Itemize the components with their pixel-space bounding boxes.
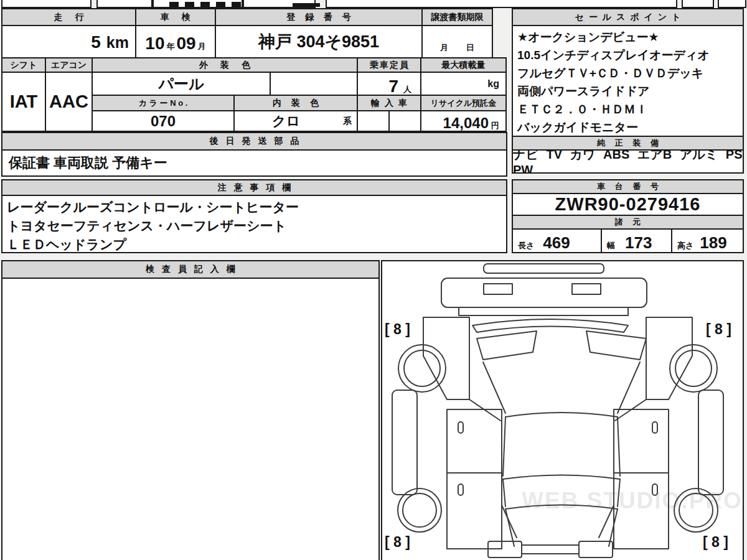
color-grid: 外 装 色 乗車定員 最大積載量 パール 7 人 kg カ ラ ー N o . … — [92, 57, 507, 132]
specs-header: 諸 元 — [512, 215, 744, 230]
capacity-header: 乗車定員 — [357, 57, 421, 73]
shift-column: シフト IAT — [1, 57, 46, 132]
aircon-value: AAC — [45, 72, 93, 132]
vehicle-diagram-box: [ 8 ] [ 8 ] [ 8 ] [ 8 ] — [381, 260, 744, 560]
top-cutoff-cell — [1, 0, 92, 8]
top-cutoff-cell — [326, 0, 677, 8]
capacity-value: 7 人 — [357, 72, 421, 96]
aircon-column: エアコン AAC — [45, 57, 93, 132]
chassis-header: 車 台 番 号 — [512, 179, 744, 194]
tire-mark-top-left: [ 8 ] — [385, 321, 410, 337]
vehicle-top-view-diagram: [ 8 ] [ 8 ] [ 8 ] [ 8 ] — [382, 261, 743, 560]
spec-length-label: 長さ — [518, 240, 534, 251]
sales-point-line: ＥＴＣ２．０・ＨＤＭＩ — [517, 100, 647, 118]
cutoff-text-fragment — [169, 2, 242, 7]
import-car-header: 輸 入 車 — [357, 95, 421, 111]
import-car-blank-1 — [357, 110, 390, 132]
cutoff-text-fragment — [293, 3, 320, 7]
spec-length-value: 469 — [543, 233, 570, 253]
registration-header: 登 録 番 号 — [215, 8, 423, 26]
odometer-value: 5 km — [1, 25, 136, 58]
top-cutoff-cell — [718, 0, 746, 8]
sales-point-line: 10.5インチディスプレイオーディオ — [517, 46, 710, 64]
sales-point-line: バックガイドモニター — [517, 118, 638, 136]
max-load-header: 最大積載量 — [420, 57, 507, 73]
shaken-year-unit: 年 — [167, 41, 175, 52]
recycle-deposit-number: 14,040 — [443, 114, 489, 132]
sales-points-header: セ ー ル ス ポ イ ン ト — [512, 8, 744, 26]
interior-color-name: クロ — [272, 112, 300, 131]
notes-line: レーダークルーズコントロール・シートヒーター — [7, 198, 299, 217]
watermark: WEB STUDIO.PRO — [522, 488, 743, 514]
transfer-month-label: 月 — [440, 42, 448, 54]
odometer-number: 5 — [91, 32, 101, 52]
later-shipping-value: 保証書 車両取説 予備キー — [1, 149, 507, 177]
equipment-table: 純 正 装 備 ナビ TV カワ ABS エアB アルミ PS PW — [512, 136, 744, 174]
spec-height-label: 高さ — [677, 240, 693, 251]
interior-color-header: 内 装 色 — [233, 95, 358, 111]
transfer-deadline-value: 月 日 — [421, 25, 493, 58]
sales-point-line: 両側パワースライドドア — [517, 82, 650, 100]
shaken-value: 10 年 09 月 — [135, 25, 216, 58]
odometer-header: 走 行 — [1, 8, 136, 26]
exterior-color-value: パール — [92, 72, 271, 96]
top-cutoff-cell — [682, 0, 714, 8]
recycle-deposit-unit: 円 — [491, 120, 499, 131]
notes-line: ＬＥＤヘッドランプ — [7, 235, 126, 253]
sales-point-line: ★オークションデビュー★ — [517, 28, 659, 46]
odometer-unit: km — [106, 34, 129, 52]
notes-table: 注 意 事 項 欄 レーダークルーズコントロール・シートヒーター トヨタセーフテ… — [1, 179, 507, 253]
spec-width-value: 173 — [625, 233, 652, 253]
import-car-blank-2 — [388, 110, 421, 132]
equipment-header: 純 正 装 備 — [512, 136, 744, 151]
recycle-deposit-value: 14,040 円 — [420, 110, 507, 132]
later-shipping-header: 後 日 発 送 部 品 — [1, 132, 507, 151]
sales-points-value: ★オークションデビュー★ 10.5インチディスプレイオーディオ フルセグＴＶ+Ｃ… — [512, 25, 744, 137]
interior-color-suffix: 系 — [343, 116, 357, 127]
registration-value: 神戸 304そ9851 — [215, 25, 423, 58]
spec-height: 高さ 189 — [671, 228, 744, 253]
tire-mark-bottom-left: [ 8 ] — [385, 534, 410, 550]
shaken-header: 車 検 — [135, 8, 216, 26]
spec-width: 幅 173 — [601, 228, 672, 253]
info-table-colors: シフト IAT エアコン AAC 外 装 色 乗車定員 最大積載量 パール 7 … — [1, 57, 507, 132]
shaken-year: 10 — [145, 34, 164, 54]
shift-header: シフト — [1, 57, 46, 73]
top-cutoff-cell — [96, 0, 153, 8]
transfer-deadline-header: 譲渡書類期限 — [421, 8, 493, 26]
shaken-month: 09 — [177, 34, 196, 54]
equipment-value: ナビ TV カワ ABS エアB アルミ PS PW — [512, 149, 744, 174]
chassis-specs-table: 車 台 番 号 ZWR90-0279416 諸 元 長さ 469 幅 173 高… — [512, 179, 744, 253]
color-no-value: 070 — [92, 110, 235, 132]
transfer-day-label: 日 — [466, 42, 474, 54]
info-table-top: 走 行 車 検 登 録 番 号 譲渡書類期限 5 km 10 年 09 月 神戸… — [1, 8, 493, 58]
capacity-number: 7 — [388, 77, 398, 96]
sales-point-line: フルセグＴＶ+ＣＤ・ＤＶＤデッキ — [517, 64, 703, 82]
shaken-month-unit: 月 — [198, 41, 206, 52]
sales-points-table: セ ー ル ス ポ イ ン ト ★オークションデビュー★ 10.5インチディスプ… — [512, 8, 744, 137]
recycle-deposit-header: リサイクル預託金 — [420, 95, 507, 111]
inspector-table: 検 査 員 記 入 欄 — [1, 260, 380, 560]
max-load-unit: kg — [487, 78, 499, 90]
max-load-value: kg — [420, 72, 507, 96]
spec-width-label: 幅 — [607, 240, 615, 251]
inspector-entry-box — [1, 278, 380, 560]
auction-sheet: 走 行 車 検 登 録 番 号 譲渡書類期限 5 km 10 年 09 月 神戸… — [0, 0, 747, 560]
exterior-color-blank — [270, 72, 358, 96]
spec-height-value: 189 — [700, 233, 726, 253]
inspector-header: 検 査 員 記 入 欄 — [1, 260, 380, 279]
notes-value: レーダークルーズコントロール・シートヒーター トヨタセーフティセンス・ハーフレザ… — [1, 195, 507, 253]
notes-line: トヨタセーフティセンス・ハーフレザーシート — [7, 217, 286, 235]
exterior-color-header: 外 装 色 — [92, 57, 358, 73]
interior-color-value: クロ 系 — [233, 110, 358, 132]
spec-length: 長さ 469 — [512, 228, 602, 253]
aircon-header: エアコン — [45, 57, 93, 73]
shift-value: IAT — [1, 72, 46, 132]
notes-header: 注 意 事 項 欄 — [1, 179, 507, 196]
tire-mark-bottom-right: [ 8 ] — [703, 534, 728, 550]
chassis-value: ZWR90-0279416 — [512, 193, 744, 216]
later-shipping-table: 後 日 発 送 部 品 保証書 車両取説 予備キー — [1, 132, 507, 177]
color-no-header: カ ラ ー N o . — [92, 95, 235, 111]
capacity-unit: 人 — [403, 84, 411, 95]
tire-mark-top-right: [ 8 ] — [706, 321, 731, 337]
